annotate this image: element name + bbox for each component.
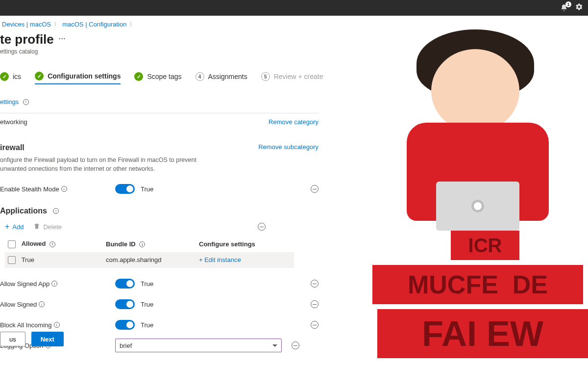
applications-header: Applications i: [0, 207, 333, 215]
notification-count-badge: 1: [565, 1, 571, 7]
page-subtitle: ettings catalog: [0, 48, 333, 55]
tab-configuration-settings[interactable]: Configuration settings: [35, 72, 121, 84]
check-icon: [35, 72, 44, 80]
info-icon[interactable]: i: [39, 301, 45, 307]
logging-option-select[interactable]: brief: [115, 339, 282, 352]
applications-table: Allowed i Bundle ID i Configure settings…: [5, 236, 294, 268]
table-row: True com.apple.sharingd + Edit instance: [5, 252, 294, 268]
allow-signed-app-toggle[interactable]: [115, 279, 135, 289]
setting-label: Allow Signed: [0, 301, 37, 308]
tab-review-create[interactable]: 5 Review + create: [261, 72, 323, 84]
tab-label: Review + create: [274, 73, 323, 80]
chevron-right-icon: 〉: [129, 21, 135, 28]
info-icon[interactable]: i: [139, 241, 145, 247]
column-configure: Configure settings: [196, 236, 294, 252]
remove-category-link[interactable]: Remove category: [269, 118, 318, 126]
remove-setting-icon[interactable]: [292, 342, 299, 349]
setting-label: Block All Incoming: [0, 321, 52, 329]
category-row: etworking Remove category: [0, 118, 318, 126]
category-label: etworking: [0, 118, 27, 126]
row-checkbox[interactable]: [8, 256, 16, 264]
check-icon: [134, 72, 143, 81]
settings-gear-icon[interactable]: [575, 3, 583, 13]
edit-instance-link[interactable]: + Edit instance: [199, 256, 241, 263]
divider: [0, 113, 318, 113]
wizard-footer: us Next: [0, 332, 64, 346]
page-header: te profile ··· ettings catalog: [0, 31, 333, 55]
wizard-tabs: ics Configuration settings Scope tags 4 …: [0, 72, 333, 84]
select-all-checkbox[interactable]: [8, 240, 16, 248]
check-icon: [0, 72, 9, 81]
table-header-row: Allowed i Bundle ID i Configure settings: [5, 236, 294, 252]
cell-allowed: True: [22, 256, 34, 263]
remove-setting-icon[interactable]: [311, 321, 318, 329]
setting-enable-stealth: Enable Stealth Mode i True: [0, 184, 318, 194]
info-icon[interactable]: i: [61, 186, 67, 192]
setting-block-all-incoming: Block All Incoming i True: [0, 320, 318, 330]
allow-signed-toggle[interactable]: [115, 299, 135, 309]
tab-label: ics: [13, 73, 21, 80]
tab-assignments[interactable]: 4 Assignments: [196, 72, 247, 84]
toggle-value: True: [141, 185, 153, 193]
previous-button[interactable]: us: [0, 332, 25, 346]
info-icon[interactable]: i: [49, 241, 55, 247]
block-all-toggle[interactable]: [115, 320, 135, 330]
subcategory-title: irewall: [0, 143, 24, 152]
notification-bell-icon[interactable]: 1: [560, 3, 568, 12]
remove-setting-icon[interactable]: [311, 280, 318, 288]
info-icon[interactable]: i: [53, 208, 59, 214]
info-icon[interactable]: i: [54, 322, 60, 328]
setting-allow-signed: Allow Signed i True: [0, 299, 318, 309]
applications-title: Applications: [0, 207, 47, 215]
column-allowed: Allowed: [22, 240, 46, 247]
top-bar: 1: [0, 0, 588, 16]
breadcrumb: Devices | macOS 〉 macOS | Configuration …: [0, 16, 333, 31]
subcategory-description: onfigure the Firewall payload to turn on…: [0, 156, 211, 173]
setting-label: Enable Stealth Mode: [0, 185, 59, 193]
remove-subcategory-link[interactable]: Remove subcategory: [258, 143, 318, 151]
tab-scope-tags[interactable]: Scope tags: [134, 72, 181, 84]
info-icon[interactable]: i: [51, 281, 57, 287]
button-label: us: [9, 336, 16, 343]
remove-setting-icon[interactable]: [311, 300, 318, 308]
setting-label: Allow Signed App: [0, 280, 49, 288]
remove-setting-icon[interactable]: [311, 185, 318, 193]
setting-allow-signed-app: Allow Signed App i True: [0, 279, 318, 289]
trash-icon: [33, 223, 40, 231]
applications-toolbar: + Add Delete: [5, 222, 333, 231]
tab-label: Scope tags: [147, 73, 181, 80]
step-number-icon: 5: [261, 72, 270, 81]
remove-setting-icon[interactable]: [258, 223, 266, 231]
chevron-down-icon: [272, 344, 277, 347]
step-number-icon: 4: [196, 72, 204, 81]
column-bundle: Bundle ID: [106, 240, 136, 248]
subcategory-row: irewall Remove subcategory: [0, 134, 318, 152]
tab-basics[interactable]: ics: [0, 72, 21, 84]
add-button[interactable]: + Add: [5, 222, 24, 231]
cell-bundle: com.apple.sharingd: [103, 252, 196, 268]
add-settings-link[interactable]: ettings: [0, 98, 19, 105]
chevron-right-icon: 〉: [54, 21, 59, 28]
add-label: Add: [12, 223, 24, 231]
delete-button[interactable]: Delete: [33, 223, 62, 231]
select-value: brief: [120, 342, 132, 349]
stealth-toggle[interactable]: [115, 184, 135, 194]
button-label: Next: [41, 336, 54, 343]
next-button[interactable]: Next: [31, 332, 64, 346]
tab-label: Configuration settings: [48, 72, 121, 80]
tab-label: Assignments: [208, 73, 247, 80]
breadcrumb-item[interactable]: macOS | Configuration: [62, 21, 126, 28]
info-icon[interactable]: i: [23, 99, 29, 105]
apple-logo-icon: [471, 200, 484, 212]
decorative-illustration: ICR MUCFE DE FAI EW: [363, 20, 588, 368]
page-title: te profile: [0, 32, 54, 47]
delete-label: Delete: [43, 223, 62, 231]
breadcrumb-item[interactable]: Devices | macOS: [2, 21, 51, 28]
toggle-value: True: [141, 301, 153, 308]
plus-icon: +: [5, 222, 9, 231]
toggle-value: True: [141, 280, 153, 288]
more-actions-icon[interactable]: ···: [59, 35, 66, 45]
toggle-value: True: [141, 321, 153, 329]
main-content: Devices | macOS 〉 macOS | Configuration …: [0, 16, 333, 352]
